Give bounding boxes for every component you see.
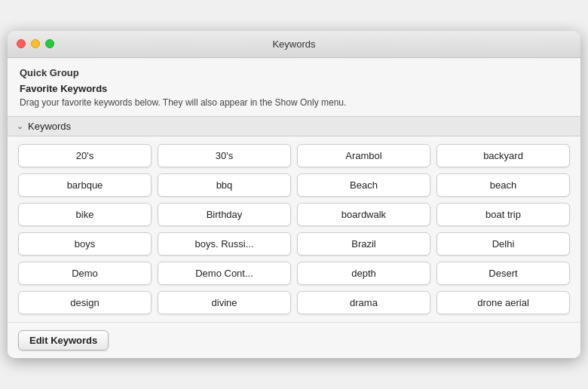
window-title: Keywords (272, 38, 315, 50)
list-item[interactable]: boat trip (436, 203, 570, 226)
list-item[interactable]: Demo (18, 262, 152, 285)
keywords-header[interactable]: ⌄ Keywords (8, 116, 580, 136)
list-item[interactable]: Desert (436, 262, 570, 285)
list-item[interactable]: boys. Russi... (158, 232, 291, 256)
quick-group-label: Quick Group (20, 67, 568, 78)
list-item[interactable]: Arambol (297, 144, 430, 167)
list-item[interactable]: barbque (18, 173, 152, 197)
list-item[interactable]: drone aerial (436, 291, 570, 314)
favorite-keywords-desc: Drag your favorite keywords below. They … (20, 96, 568, 109)
list-item[interactable]: boardwalk (297, 203, 430, 226)
keywords-header-label: Keywords (28, 121, 71, 132)
list-item[interactable]: depth (297, 262, 430, 285)
minimize-button[interactable] (31, 39, 40, 48)
window-controls (17, 39, 54, 48)
list-item[interactable]: beach (436, 173, 570, 197)
list-item[interactable]: divine (158, 291, 291, 314)
list-item[interactable]: Brazil (297, 232, 430, 256)
titlebar: Keywords (8, 31, 580, 58)
bottom-bar: Edit Keywords (8, 322, 580, 358)
window-content: Quick Group Favorite Keywords Drag your … (8, 58, 580, 359)
list-item[interactable]: design (18, 291, 152, 314)
list-item[interactable]: backyard (436, 144, 570, 167)
list-item[interactable]: 30's (158, 144, 291, 167)
list-item[interactable]: bbq (158, 173, 291, 197)
chevron-down-icon: ⌄ (17, 121, 23, 131)
keywords-section: ⌄ Keywords 20's30'sArambolbackyardbarbqu… (8, 116, 580, 322)
list-item[interactable]: Demo Cont... (158, 262, 291, 285)
keywords-grid: 20's30'sArambolbackyardbarbquebbqBeachbe… (8, 136, 580, 322)
main-window: Keywords Quick Group Favorite Keywords D… (8, 31, 580, 359)
top-section: Quick Group Favorite Keywords Drag your … (8, 58, 580, 117)
list-item[interactable]: 20's (18, 144, 152, 167)
list-item[interactable]: boys (18, 232, 152, 256)
list-item[interactable]: Delhi (436, 232, 570, 256)
close-button[interactable] (17, 39, 26, 48)
edit-keywords-button[interactable]: Edit Keywords (18, 330, 109, 351)
list-item[interactable]: drama (297, 291, 430, 314)
list-item[interactable]: Birthday (158, 203, 291, 226)
favorite-keywords-title: Favorite Keywords (20, 83, 568, 94)
list-item[interactable]: Beach (297, 173, 430, 197)
maximize-button[interactable] (45, 39, 54, 48)
list-item[interactable]: bike (18, 203, 152, 226)
